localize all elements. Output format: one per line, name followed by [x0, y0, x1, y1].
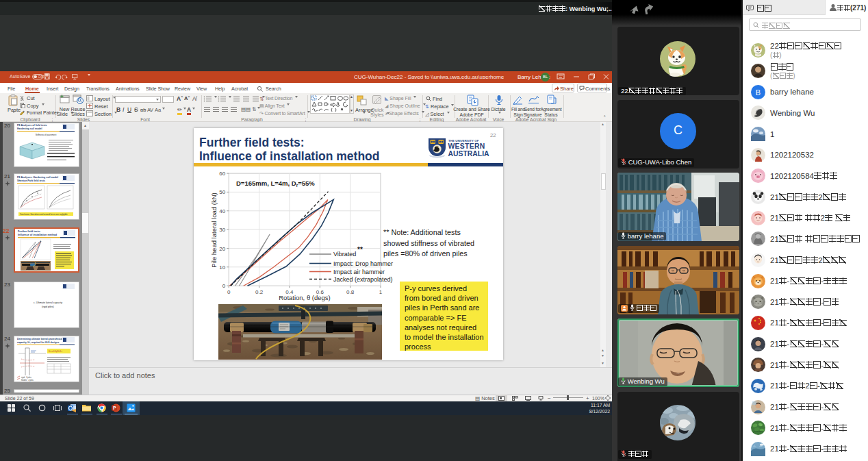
- svg-text:FE Analyses: Hardening soil mo: FE Analyses: Hardening soil model: [17, 176, 58, 179]
- svg-text:0: 0: [227, 289, 231, 295]
- svg-text:Stiffness of pavement: Stiffness of pavement: [35, 134, 56, 136]
- svg-text:Jacked (extrapolated): Jacked (extrapolated): [333, 276, 393, 283]
- svg-text:Influence of installation meth: Influence of installation method: [18, 234, 58, 236]
- svg-text:Rotation, θ (degs): Rotation, θ (degs): [279, 294, 331, 301]
- svg-text:Impact: Drop hammer: Impact: Drop hammer: [333, 260, 393, 267]
- svg-text:Vibrated: Vibrated: [333, 251, 356, 258]
- svg-text:20: 20: [219, 246, 225, 252]
- svg-text:Impact air hammer: Impact air hammer: [333, 269, 385, 275]
- svg-text:60: 60: [219, 171, 225, 177]
- svg-text:Conclusion: flow where and aro: Conclusion: flow where and around forces…: [20, 213, 68, 216]
- svg-text:Pile head lateral load (kN): Pile head lateral load (kN): [210, 192, 218, 267]
- svg-text:THE UNIVERSITY OF: THE UNIVERSITY OF: [448, 139, 479, 142]
- svg-text:50: 50: [219, 189, 225, 195]
- svg-text:1: 1: [379, 289, 383, 295]
- svg-text:WESTERN: WESTERN: [448, 142, 485, 150]
- svg-text:FE Analyses of field tests: FE Analyses of field tests: [17, 124, 47, 127]
- svg-text:c. Ultimate lateral capacity: c. Ultimate lateral capacity: [34, 301, 62, 304]
- svg-text:0.2: 0.2: [255, 289, 264, 295]
- svg-text:AUSTRALIA: AUSTRALIA: [448, 150, 490, 158]
- svg-text:(rigid piles): (rigid piles): [42, 306, 54, 308]
- svg-text:D=165mm, L=4m, Dr=55%: D=165mm, L=4m, Dr=55%: [236, 179, 315, 188]
- svg-text:Hardening soil model: Hardening soil model: [17, 127, 42, 130]
- svg-text:Determining ultimate lateral g: Determining ultimate lateral geotechnica…: [17, 338, 62, 340]
- svg-text:10: 10: [219, 264, 225, 271]
- svg-text:40: 40: [219, 208, 225, 214]
- svg-text:**: **: [357, 246, 363, 253]
- svg-text:rigid · 2 piles: rigid · 2 piles: [21, 376, 31, 379]
- svg-text:P: P: [113, 406, 116, 410]
- svg-text:Hᵤ = 0.5γ′D³Kₚ²: Hᵤ = 0.5γ′D³Kₚ²: [49, 350, 62, 353]
- svg-text:0: 0: [222, 283, 226, 289]
- svg-text:30: 30: [219, 227, 225, 233]
- svg-text:0.8: 0.8: [346, 289, 355, 295]
- svg-text:flexible · 2 piles: flexible · 2 piles: [21, 379, 34, 382]
- svg-text:Shenton Park field tests: Shenton Park field tests: [17, 179, 45, 182]
- svg-text:B: B: [756, 88, 761, 96]
- svg-text:capacity, Hᵤ, required for ULS: capacity, Hᵤ, required for ULS designs: [17, 341, 59, 344]
- svg-text:Further field tests:: Further field tests:: [18, 230, 40, 233]
